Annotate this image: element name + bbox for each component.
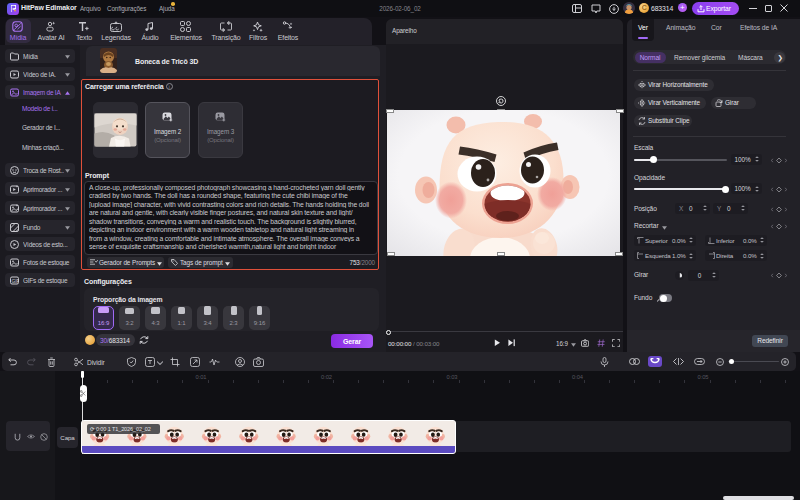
svg-text:GIF: GIF	[12, 277, 20, 283]
